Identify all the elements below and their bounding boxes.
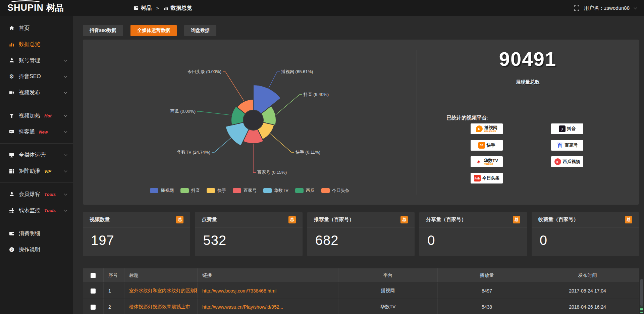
stat-value: 197: [83, 227, 190, 248]
sidebar-item-douyin-seo[interactable]: ⚙ 抖音SEO: [0, 68, 73, 85]
label-line-百家号: [253, 144, 256, 172]
legend-item-抖音[interactable]: 抖音: [180, 188, 200, 194]
sidebar-item-label: 数据总览: [19, 41, 40, 48]
stat-label: 分享量（百家号）: [426, 216, 466, 223]
sidebar-item-home[interactable]: 首页: [0, 20, 73, 36]
legend-item-百家号[interactable]: 百家号: [233, 188, 257, 194]
scrollbar-thumb[interactable]: [640, 279, 643, 306]
legend-item-快手[interactable]: 快手: [207, 188, 226, 194]
douyin-logo-icon: ♪: [559, 125, 566, 132]
title-link-cell[interactable]: 楼体投影灯投影效果震撼上市: [124, 299, 198, 314]
chevron-down-icon: [64, 58, 67, 61]
stat-card-header: 分享量（百家号）总: [419, 212, 527, 227]
sidebar-item-omnimedia-operation[interactable]: 全媒体运营: [0, 147, 73, 163]
platform-sub: wasu.cn: [484, 163, 493, 165]
tab-2[interactable]: 全媒体运营数据: [130, 25, 177, 36]
stat-card-3: 推荐量（百家号）总682: [307, 212, 415, 256]
sidebar-item-data-overview[interactable]: 数据总览: [0, 36, 73, 52]
platform-badge-xigua: ▶ 西瓜视频: [551, 156, 583, 167]
chevron-down-icon: [64, 208, 67, 211]
platform-name: 播视网: [484, 125, 497, 130]
home-icon: [9, 25, 14, 31]
app-logo[interactable]: SHUPIN 树品: [7, 2, 64, 13]
chat-bubble-icon: [9, 129, 14, 135]
row-checkbox[interactable]: [91, 273, 96, 278]
legend-label: 抖音: [191, 188, 200, 194]
grid-icon: [9, 168, 14, 174]
chevron-down-icon: [64, 192, 67, 195]
platform-name: 华数TV: [484, 158, 498, 163]
fullscreen-icon[interactable]: [574, 5, 579, 11]
legend-label: 快手: [217, 188, 226, 194]
sidebar-item-member-baoke[interactable]: 会员爆客 Tools: [0, 186, 73, 202]
column-header-3: 链接: [198, 268, 338, 282]
sidebar-item-help[interactable]: ? 操作说明: [0, 242, 73, 258]
gear-icon: ⚙: [9, 74, 14, 80]
index-cell: 2: [104, 299, 124, 314]
row-checkbox[interactable]: [91, 305, 96, 310]
stat-value: 532: [195, 227, 302, 248]
column-header-5: 播放量: [438, 268, 536, 282]
stat-card-4: 分享量（百家号）总0: [419, 212, 527, 256]
toutiao-logo-icon: 头条: [474, 175, 481, 181]
stat-value: 0: [532, 227, 639, 248]
sidebar-item-account-management[interactable]: 账号管理: [0, 52, 73, 68]
bar-chart-icon: [164, 6, 168, 10]
topbar: SHUPIN 树品 树品 > 数据总览 用户名：zswodun88: [0, 0, 644, 16]
stat-card-header: 视频数量总: [83, 212, 190, 227]
platform-badge-douyin: ♪ 抖音: [551, 123, 583, 134]
stat-value: 0: [419, 227, 527, 248]
username-label[interactable]: 用户名：zswodun88: [584, 5, 630, 11]
app-grid-icon: [133, 6, 139, 11]
legend-item-西瓜[interactable]: 西瓜: [295, 188, 315, 194]
videos-table: 序号标题链接平台播放量发布时间 1室外水纹灯和室内水纹灯的区别和简介http:/…: [83, 268, 639, 314]
url-link-cell[interactable]: http://www.boosj.com/7338468.html: [198, 283, 338, 299]
stat-card-header: 推荐量（百家号）总: [307, 212, 415, 227]
platform-badge-boosj: ▶ 播视网boosj.com: [471, 123, 503, 134]
select-all-cell: [83, 268, 104, 282]
pie-label-百家号: 百家号 (0.15%): [257, 170, 287, 175]
monitor-icon: [9, 152, 14, 158]
sidebar-item-video-heating[interactable]: 视频加热 Hot: [0, 108, 73, 124]
kuaishou-logo-icon: 86: [478, 142, 485, 149]
tab-1[interactable]: 抖音seo数据: [83, 25, 123, 36]
tab-3[interactable]: 询盘数据: [184, 25, 216, 36]
sidebar-item-doketong[interactable]: 抖客通 New: [0, 124, 73, 140]
legend-swatch: [263, 188, 272, 193]
sidebar-item-spending-details[interactable]: 消费明细: [0, 225, 73, 242]
total-badge: 总: [288, 216, 296, 223]
title-link-cell[interactable]: 室外水纹灯和室内水纹灯的区别和简介: [124, 283, 198, 299]
breadcrumb-current-label: 数据总览: [171, 5, 192, 12]
column-header-6: 发布时间: [536, 268, 639, 282]
question-circle-icon: ?: [9, 247, 14, 253]
legend-item-华数TV[interactable]: 华数TV: [263, 188, 288, 194]
legend-item-今日头条[interactable]: 今日头条: [321, 188, 350, 194]
breadcrumb-current[interactable]: 数据总览: [164, 5, 192, 12]
stat-cards: 视频数量总197点赞量总532推荐量（百家号）总682分享量（百家号）总0收藏量…: [83, 212, 639, 256]
stat-card-1: 视频数量总197: [83, 212, 190, 256]
breadcrumb-root[interactable]: 树品: [133, 5, 152, 12]
pie-label-西瓜: 西瓜 (0.00%): [170, 109, 196, 114]
table-row-1: 1室外水纹灯和室内水纹灯的区别和简介http://www.boosj.com/7…: [83, 283, 639, 299]
xigua-logo-icon: ▶: [554, 158, 561, 165]
sidebar-item-label: 矩阵助推: [19, 168, 40, 175]
sidebar-item-lead-monitoring[interactable]: 线索监控 Tools: [0, 202, 73, 218]
sidebar-item-label: 会员爆客: [19, 191, 40, 198]
platform-logo-grid: ▶ 播视网boosj.com ♪ 抖音 86 快手 百 百家号 ✶ 华数TV: [471, 123, 583, 184]
url-link-cell[interactable]: http://www.wasu.cn/Play/show/id/952...: [198, 299, 338, 314]
chevron-down-icon[interactable]: [634, 6, 637, 9]
sidebar-item-matrix-boost[interactable]: 矩阵助推 VIP: [0, 163, 73, 179]
checkbox-cell: [83, 283, 104, 299]
label-line-西瓜: [197, 111, 232, 115]
sidebar-item-video-publish[interactable]: 视频发布: [0, 85, 73, 101]
sidebar-item-label: 抖音SEO: [19, 73, 41, 80]
platform-badge-wasu: ✶ 华数TVwasu.cn: [471, 156, 503, 167]
legend-item-播视网[interactable]: 播视网: [150, 188, 174, 194]
platform-badge-baijiahao: 百 百家号: [551, 140, 583, 151]
sidebar-item-label: 视频加热: [19, 112, 40, 119]
sidebar-item-label: 抖客通: [19, 128, 35, 136]
platform-name: 抖音: [567, 126, 576, 131]
row-checkbox[interactable]: [91, 289, 96, 294]
total-badge: 总: [625, 216, 632, 223]
summary-divider: [487, 105, 569, 105]
